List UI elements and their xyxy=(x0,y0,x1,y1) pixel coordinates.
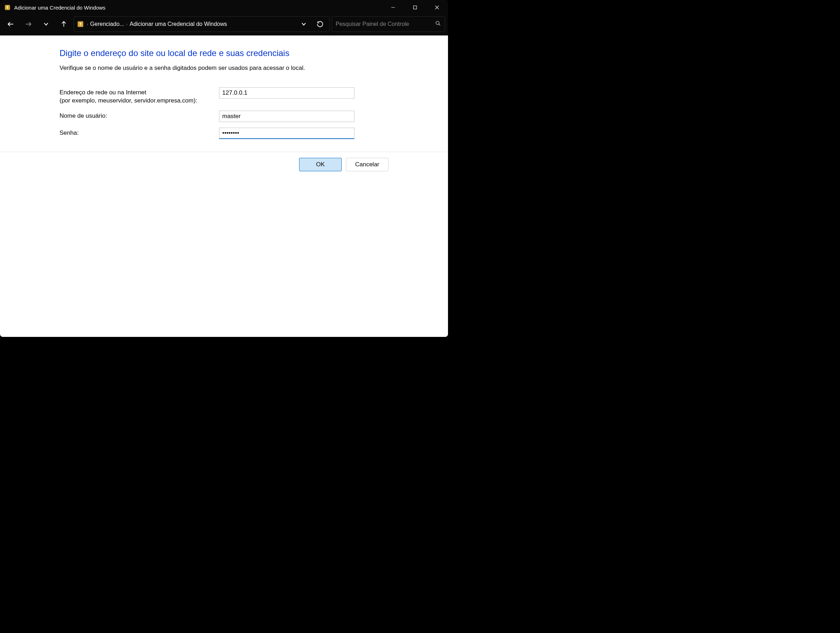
svg-line-14 xyxy=(439,24,440,25)
window-title: Adicionar uma Credencial do Windows xyxy=(14,5,106,11)
cancel-button[interactable]: Cancelar xyxy=(346,158,388,171)
address-label-line1: Endereço de rede ou na Internet xyxy=(60,89,146,96)
close-button[interactable] xyxy=(426,0,448,15)
recent-locations-button[interactable] xyxy=(38,16,54,32)
address-input[interactable] xyxy=(219,87,354,98)
history-dropdown-button[interactable] xyxy=(297,17,311,31)
password-input[interactable] xyxy=(219,128,354,139)
search-box[interactable]: Pesquisar Painel de Controle xyxy=(332,16,445,32)
breadcrumb-current[interactable]: Adicionar uma Credencial do Windows xyxy=(130,21,227,27)
window-controls xyxy=(382,0,448,15)
location-icon xyxy=(76,20,85,28)
username-input[interactable] xyxy=(219,111,354,122)
address-label: Endereço de rede ou na Internet (por exe… xyxy=(60,87,219,105)
svg-rect-12 xyxy=(80,24,81,26)
search-placeholder: Pesquisar Painel de Controle xyxy=(336,21,435,27)
address-row: Endereço de rede ou na Internet (por exe… xyxy=(60,87,434,105)
window: Adicionar uma Credencial do Windows xyxy=(0,0,448,337)
page-subtext: Verifique se o nome de usuário e a senha… xyxy=(60,65,434,72)
svg-rect-4 xyxy=(414,6,417,9)
page-heading: Digite o endereço do site ou local de re… xyxy=(60,48,434,58)
username-label: Nome de usuário: xyxy=(60,111,219,120)
password-row: Senha: xyxy=(60,128,434,139)
address-label-line2: (por exemplo, meuservidor, servidor.empr… xyxy=(60,97,197,104)
username-row: Nome de usuário: xyxy=(60,111,434,122)
button-row: OK Cancelar xyxy=(0,152,448,171)
svg-point-13 xyxy=(436,21,439,24)
titlebar: Adicionar uma Credencial do Windows xyxy=(0,0,448,15)
forward-button[interactable] xyxy=(21,16,36,32)
search-icon xyxy=(435,20,441,28)
up-button[interactable] xyxy=(56,16,72,32)
svg-rect-2 xyxy=(7,7,8,9)
maximize-button[interactable] xyxy=(404,0,426,15)
ok-button[interactable]: OK xyxy=(299,158,342,171)
breadcrumb-parent[interactable]: Gerenciado... xyxy=(90,21,124,27)
credential-form: Digite o endereço do site ou local de re… xyxy=(0,48,448,139)
content-area: Digite o endereço do site ou local de re… xyxy=(0,35,448,337)
chevron-right-icon: › xyxy=(126,22,127,26)
back-button[interactable] xyxy=(3,16,19,32)
navbar: › Gerenciado... › Adicionar uma Credenci… xyxy=(0,15,448,35)
minimize-button[interactable] xyxy=(382,0,404,15)
refresh-button[interactable] xyxy=(313,17,327,31)
chevron-right-icon: › xyxy=(87,22,88,26)
password-label: Senha: xyxy=(60,128,219,137)
app-icon xyxy=(4,4,11,11)
address-bar[interactable]: › Gerenciado... › Adicionar uma Credenci… xyxy=(74,16,330,32)
